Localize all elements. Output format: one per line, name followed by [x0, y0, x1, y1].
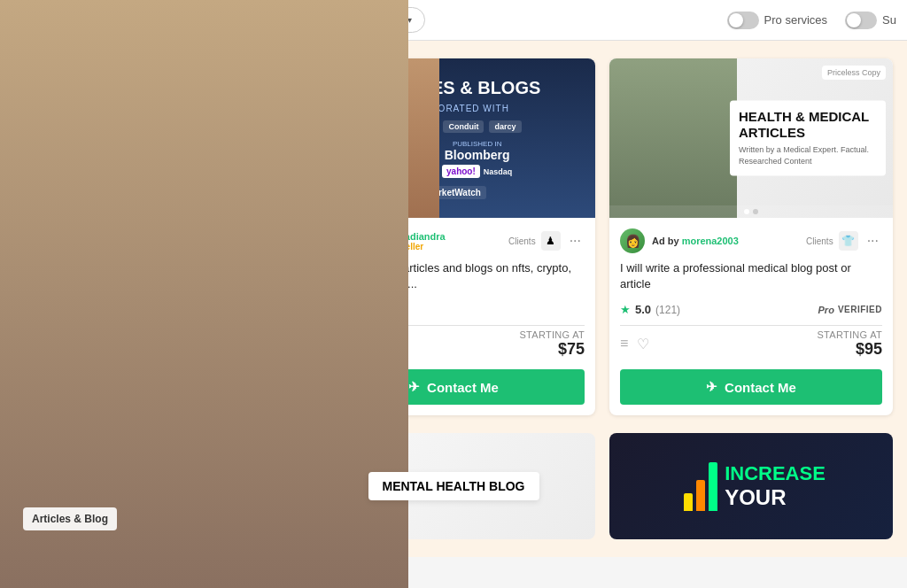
chevron-icon: ▾: [407, 15, 412, 25]
priceless-copy: Priceless Copy: [822, 66, 886, 80]
price-value-2: $75: [519, 340, 585, 359]
bar-1: [684, 493, 693, 511]
price-label-2: STARTING AT: [519, 329, 585, 340]
main-content: Health, Nutrition, & Fitness Articles & …: [0, 41, 907, 557]
bar-2: [696, 480, 705, 511]
card-body-3: 👩 Ad by morena2003 Clients 👕 ··· I w: [609, 218, 893, 415]
contact-btn-3[interactable]: ✈ Contact Me: [620, 369, 882, 405]
rating-row-3: ★ 5.0 (121) Pro VERIFIED: [620, 303, 882, 316]
bottom-image-3: INCREASE YOUR: [609, 433, 893, 539]
verified-label: VERIFIED: [838, 305, 882, 314]
second-toggle-group: Su: [845, 12, 896, 29]
clients-icon-3: 👕: [839, 231, 858, 251]
clients-area-3: Clients 👕 ···: [806, 231, 882, 251]
more-options-btn-3[interactable]: ···: [864, 233, 882, 249]
bottom-grid: Articles & Blog MENTAL HEALTH BLOG: [14, 433, 893, 539]
more-options-btn-2[interactable]: ···: [566, 233, 585, 249]
card-footer-3: ≡ ♡ STARTING AT $95: [620, 329, 882, 359]
dot: [744, 209, 749, 214]
health-title: HEALTH & MEDICAL ARTICLES: [739, 109, 877, 141]
logo-darcy: darcy: [489, 120, 521, 133]
second-toggle-label: Su: [882, 13, 896, 27]
price-label-3: STARTING AT: [817, 329, 882, 340]
chart-visual: [677, 462, 717, 511]
increase-text-block: INCREASE YOUR: [725, 462, 826, 510]
bottom-card-2: MENTAL HEALTH BLOG: [312, 433, 595, 539]
increase-content: INCREASE YOUR: [677, 462, 826, 511]
nasdaq-logo: Nasdaq: [484, 167, 513, 176]
increase-label: INCREASE: [725, 462, 826, 485]
published-in: PUBLISHED IN Bloomberg yahoo! Nasdaq: [442, 140, 512, 178]
price-value-3: $95: [817, 340, 882, 359]
contact-label-3: Contact Me: [725, 380, 796, 395]
clients-icon-2: ♟: [541, 231, 561, 251]
pro-services-toggle[interactable]: [727, 12, 759, 29]
avatar-3: 👩: [620, 228, 645, 253]
woman-image-3: [609, 58, 737, 218]
your-label: YOUR: [725, 485, 826, 510]
contact-label-2: Contact Me: [427, 380, 499, 395]
seller-info-3: Ad by morena2003: [652, 236, 799, 246]
pro-services-toggle-group: Pro services: [727, 12, 828, 29]
medical-image: Priceless Copy HEALTH & MEDICAL ARTICLES…: [609, 58, 893, 218]
health-text-block: HEALTH & MEDICAL ARTICLES Written by a M…: [730, 100, 886, 175]
price-area-2: STARTING AT $75: [519, 329, 585, 359]
send-icon-2: ✈: [408, 379, 420, 395]
overlay-text-1: Articles & Blog: [23, 507, 117, 530]
dot-indicators-3: [609, 205, 893, 218]
clients-label-3: Clients: [806, 236, 833, 246]
bloomberg-logo: Bloomberg: [442, 148, 512, 162]
star-icon-3: ★: [620, 303, 631, 316]
card-title-3: I will write a professional medical blog…: [620, 260, 882, 294]
mental-health-text: MENTAL HEALTH BLOG: [368, 472, 539, 501]
send-icon-3: ✈: [706, 379, 717, 395]
second-toggle[interactable]: [845, 12, 877, 29]
heart-icon-3[interactable]: ♡: [637, 336, 649, 352]
dot: [753, 209, 758, 214]
logo-conduit: Conduit: [443, 120, 484, 133]
rating-score-3: 5.0: [635, 303, 651, 316]
price-area-3: STARTING AT $95: [817, 329, 882, 359]
chart-bars: [684, 462, 717, 511]
pro-services-label: Pro services: [764, 13, 828, 27]
rating-count-3: (121): [655, 304, 680, 316]
bottom-card-3: INCREASE YOUR: [609, 433, 893, 539]
footer-icons-3: ≡ ♡: [620, 336, 649, 352]
pro-verified-badge: Pro VERIFIED: [818, 305, 882, 315]
health-sub: Written by a Medical Expert. Factual. Re…: [739, 144, 877, 166]
yahoo-logo: yahoo!: [442, 165, 480, 178]
clients-area-2: Clients ♟ ···: [508, 231, 585, 251]
bar-3: [709, 462, 717, 511]
divider-3: [620, 325, 882, 326]
pro-label: Pro: [818, 305, 834, 315]
clients-label-2: Clients: [508, 236, 536, 246]
card-image-3: Priceless Copy HEALTH & MEDICAL ARTICLES…: [609, 58, 893, 218]
list-icon-3[interactable]: ≡: [620, 336, 628, 352]
bottom-image-2: MENTAL HEALTH BLOG: [312, 433, 595, 539]
seller-label-3: Ad by morena2003: [652, 236, 799, 246]
card-header-3: 👩 Ad by morena2003 Clients 👕 ···: [620, 228, 882, 253]
listing-card-3: Priceless Copy HEALTH & MEDICAL ARTICLES…: [609, 58, 893, 415]
